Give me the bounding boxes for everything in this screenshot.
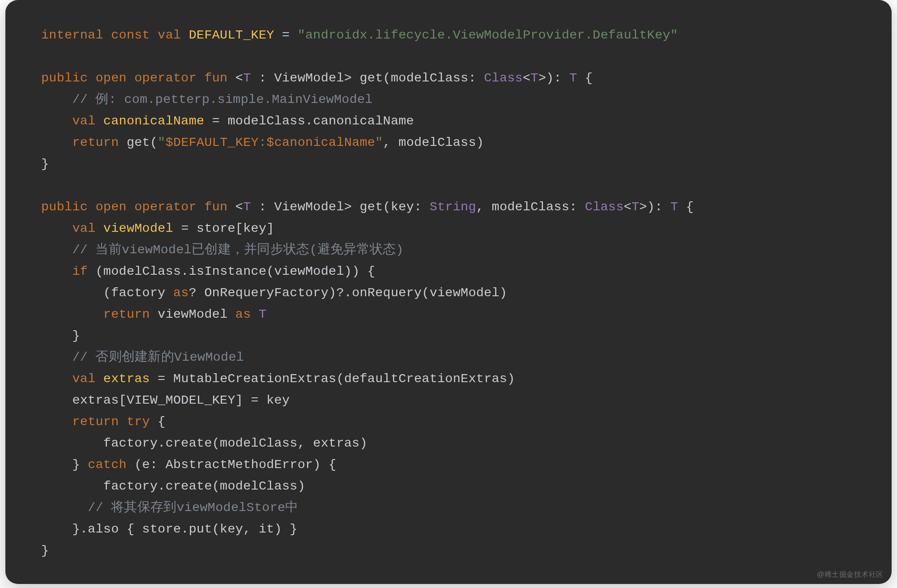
code-token: { [577, 71, 593, 85]
code-token [41, 221, 72, 236]
code-token: >): [538, 71, 569, 85]
code-token: val [72, 371, 103, 386]
code-token: = modelClass.canonicalName [204, 114, 414, 128]
code-line: (factory as? OnRequeryFactory)?.onRequer… [41, 285, 507, 300]
code-token: T [259, 307, 266, 322]
code-token [41, 243, 72, 257]
code-line: } catch (e: AbstractMethodError) { [41, 457, 336, 472]
code-line: extras[VIEW_MODEL_KEY] = key [41, 393, 290, 408]
code-token: ViewModel [274, 200, 344, 214]
code-token: viewModel [158, 307, 235, 322]
code-token: : [251, 71, 274, 85]
code-token: DEFAULT_KEY [189, 28, 274, 43]
code-token: get [360, 200, 383, 214]
code-token: get [360, 71, 383, 85]
code-line: // 将其保存到viewModelStore中 [41, 500, 299, 515]
code-token: " [375, 135, 383, 150]
code-token [41, 500, 88, 515]
code-token: Class [484, 71, 523, 85]
code-token: as [173, 285, 189, 300]
code-token: : [259, 135, 266, 150]
code-token: { [678, 200, 694, 214]
code-token: < [235, 71, 243, 85]
code-token: T [569, 71, 577, 85]
code-token: $canonicalName [266, 135, 375, 150]
code-token: > [344, 200, 360, 214]
code-line: // 例: com.petterp.simple.MainViewModel [41, 92, 373, 107]
code-token: T [671, 200, 678, 214]
code-token: T [243, 200, 251, 214]
code-line: // 否则创建新的ViewModel [41, 350, 244, 365]
code-line: return viewModel as T [41, 307, 266, 322]
code-token: (factory [41, 285, 173, 300]
code-line: }.also { store.put(key, it) } [41, 522, 298, 537]
code-token: >): [639, 200, 670, 214]
code-token: < [523, 71, 530, 85]
code-token [41, 114, 72, 128]
code-token [41, 92, 72, 107]
code-token: return try [72, 414, 158, 429]
code-line: if (modelClass.isInstance(viewModel)) { [41, 264, 375, 279]
code-token: (modelClass: [383, 71, 484, 85]
code-token: = [274, 28, 298, 43]
code-token: }.also { store.put(key, it) } [41, 522, 298, 537]
code-line: factory.create(modelClass) [41, 479, 305, 494]
code-token: } [41, 543, 49, 558]
code-token: T [530, 71, 538, 85]
code-line: val viewModel = store[key] [41, 221, 274, 236]
code-token: viewModel [103, 221, 173, 236]
code-token: return [72, 135, 126, 150]
code-token: (e: AbstractMethodError) { [134, 457, 336, 472]
code-token: // 当前viewModel已创建，并同步状态(避免异常状态) [72, 243, 403, 257]
code-token [41, 135, 72, 150]
code-line: } [41, 543, 49, 558]
code-token [41, 371, 72, 386]
code-token: as [235, 307, 259, 322]
code-token: factory.create(modelClass) [41, 479, 305, 494]
code-token: public open operator fun [41, 200, 235, 214]
watermark-text: @稀土掘金技术社区 [817, 570, 884, 579]
code-token: // 否则创建新的ViewModel [72, 350, 244, 365]
code-token: T [243, 71, 251, 85]
code-line: public open operator fun <T : ViewModel>… [41, 71, 593, 85]
code-token: // 将其保存到viewModelStore中 [88, 500, 299, 515]
code-token: extras[VIEW_MODEL_KEY] = key [41, 393, 290, 408]
code-token: Class [585, 200, 624, 214]
code-token: $DEFAULT_KEY [166, 135, 259, 150]
code-line: } [41, 328, 80, 343]
code-token: canonicalName [103, 114, 205, 128]
code-token: ViewModel [274, 71, 344, 85]
code-line: factory.create(modelClass, extras) [41, 436, 367, 451]
code-token: internal const val [41, 28, 189, 43]
code-line: val extras = MutableCreationExtras(defau… [41, 371, 515, 386]
code-token: = MutableCreationExtras(defaultCreationE… [150, 371, 515, 386]
code-token: < [235, 200, 243, 214]
code-line: // 当前viewModel已创建，并同步状态(避免异常状态) [41, 243, 404, 257]
code-token: ? OnRequeryFactory)?.onRequery(viewModel… [189, 285, 507, 300]
code-token: , modelClass) [383, 135, 484, 150]
code-token [41, 414, 72, 429]
code-token: (modelClass.isInstance(viewModel)) { [95, 264, 375, 279]
code-line: val canonicalName = modelClass.canonical… [41, 114, 414, 128]
code-line: return get("$DEFAULT_KEY:$canonicalName"… [41, 135, 484, 150]
code-token: { [158, 414, 165, 429]
code-line: internal const val DEFAULT_KEY = "androi… [41, 28, 678, 43]
code-token: // 例: com.petterp.simple.MainViewModel [72, 92, 372, 107]
code-token: < [624, 200, 632, 214]
code-token: = store[key] [173, 221, 274, 236]
code-token: : [251, 200, 274, 214]
code-token: } [41, 328, 80, 343]
code-token: > [344, 71, 360, 85]
code-block: internal const val DEFAULT_KEY = "androi… [41, 25, 856, 562]
code-token: , modelClass: [476, 200, 585, 214]
code-token: get( [127, 135, 158, 150]
code-token [41, 307, 103, 322]
code-token: return [103, 307, 158, 322]
code-token: factory.create(modelClass, extras) [41, 436, 367, 451]
code-token: if [72, 264, 95, 279]
code-token: public open operator fun [41, 71, 235, 85]
code-token: extras [103, 371, 150, 386]
code-token: catch [88, 457, 134, 472]
code-token [41, 264, 72, 279]
code-token: val [72, 221, 103, 236]
